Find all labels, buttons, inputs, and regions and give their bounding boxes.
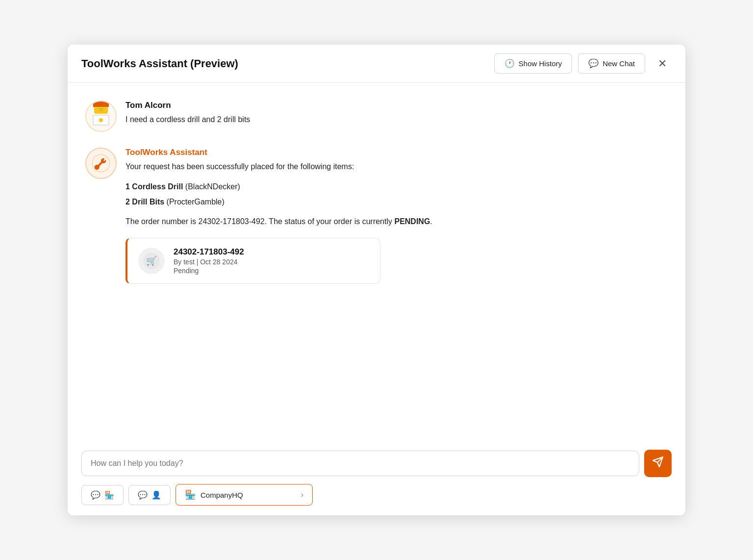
close-button[interactable]: ✕	[653, 55, 672, 72]
new-chat-button[interactable]: 💬 New Chat	[578, 53, 645, 74]
item-1-qty: 1 Cordless Drill	[126, 182, 183, 191]
person-icon: 👤	[151, 490, 161, 500]
order-suffix: . The status of your order is currently	[265, 217, 395, 226]
order-end: .	[430, 217, 432, 226]
item-2-qty: 2 Drill Bits	[126, 198, 164, 206]
order-card-meta: By test | Oct 28 2024	[174, 258, 244, 266]
order-info-text: The order number is 24302-171803-492. Th…	[126, 215, 668, 228]
order-by: By test	[174, 258, 195, 266]
send-icon	[652, 456, 664, 471]
order-card-number: 24302-171803-492	[174, 247, 244, 257]
order-date: Oct 28 2024	[200, 258, 237, 266]
assistant-message-row: ToolWorks Assistant Your request has bee…	[85, 148, 668, 284]
svg-text:🛒: 🛒	[146, 255, 157, 266]
company-hq-label: CompanyHQ	[201, 491, 243, 499]
user-message-content: Tom Alcorn I need a cordless drill and 2…	[126, 101, 668, 126]
new-chat-label: New Chat	[602, 59, 635, 68]
chevron-right-icon: ›	[301, 490, 303, 499]
input-area: 💬 🏪 💬 👤 🏪 CompanyHQ ›	[68, 441, 685, 515]
lego-helmet	[93, 101, 109, 107]
chat-header: ToolWorks Assistant (Preview) 🕐 Show His…	[68, 45, 685, 83]
assistant-intro-text: Your request has been successfully place…	[126, 160, 668, 173]
items-list: 1 Cordless Drill (BlackNDecker) 2 Drill …	[126, 180, 668, 208]
lego-face: 🙂	[98, 107, 104, 112]
company-hq-button[interactable]: 🏪 CompanyHQ ›	[176, 484, 313, 506]
show-history-button[interactable]: 🕐 Show History	[494, 53, 572, 74]
user-avatar: 🙂	[85, 101, 117, 132]
header-actions: 🕐 Show History 💬 New Chat ✕	[494, 53, 672, 74]
wrench-icon	[92, 154, 110, 173]
svg-point-1	[96, 166, 98, 168]
order-prefix: The order number is	[126, 217, 199, 226]
chat-body: 🙂 Tom Alcorn I need a cordless drill and…	[68, 83, 685, 441]
chat-icon-1: 💬	[91, 490, 100, 500]
input-row	[81, 450, 672, 477]
new-chat-icon: 💬	[588, 58, 599, 69]
assistant-message-content: ToolWorks Assistant Your request has bee…	[126, 148, 668, 284]
order-number-inline: 24302-171803-492	[199, 217, 265, 226]
user-sender-name: Tom Alcorn	[126, 101, 668, 110]
lego-head: 🙂	[94, 103, 108, 114]
assistant-avatar	[85, 148, 117, 179]
history-icon: 🕐	[504, 58, 515, 69]
order-card-icon: 🛒	[138, 248, 165, 274]
order-card[interactable]: 🛒 24302-171803-492 By test | Oct 28 2024…	[126, 238, 380, 284]
item-1: 1 Cordless Drill (BlackNDecker)	[126, 180, 668, 193]
chat-input[interactable]	[81, 451, 639, 476]
app-title: ToolWorks Assistant (Preview)	[81, 57, 494, 70]
order-icon: 🛒	[143, 253, 160, 269]
lego-body-mark	[99, 118, 103, 122]
order-status-inline: PENDING	[394, 217, 430, 226]
user-message-text: I need a cordless drill and 2 drill bits	[126, 113, 668, 126]
order-card-status: Pending	[174, 267, 244, 275]
show-history-label: Show History	[519, 59, 562, 68]
chat-product-button[interactable]: 💬 🏪	[81, 485, 124, 505]
send-button[interactable]	[644, 450, 672, 477]
chat-icon-2: 💬	[138, 490, 148, 500]
chat-window: ToolWorks Assistant (Preview) 🕐 Show His…	[68, 45, 685, 515]
item-2: 2 Drill Bits (ProcterGamble)	[126, 195, 668, 208]
item-2-brand-text: (ProcterGamble)	[167, 198, 225, 206]
assistant-sender-name: ToolWorks Assistant	[126, 148, 668, 157]
chat-person-button[interactable]: 💬 👤	[128, 485, 171, 505]
company-hq-icon: 🏪	[185, 489, 196, 500]
quick-actions: 💬 🏪 💬 👤 🏪 CompanyHQ ›	[81, 484, 672, 506]
user-message-row: 🙂 Tom Alcorn I need a cordless drill and…	[85, 101, 668, 132]
order-card-details: 24302-171803-492 By test | Oct 28 2024 P…	[174, 247, 244, 275]
lego-figure: 🙂	[90, 103, 112, 129]
lego-body	[93, 115, 109, 126]
send-arrow-icon	[652, 456, 664, 468]
product-icon: 🏪	[104, 490, 114, 500]
item-1-brand-text: (BlackNDecker)	[185, 182, 240, 191]
